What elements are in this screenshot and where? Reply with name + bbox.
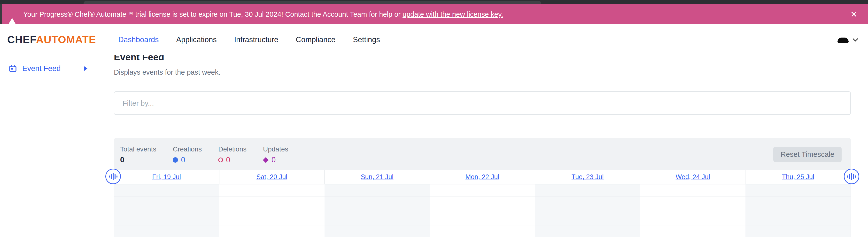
timeline-day-column (745, 184, 850, 237)
stat-deletions: Deletions 0 (218, 145, 247, 164)
timeline-day-column (535, 184, 640, 237)
reset-timescale-button[interactable]: Reset Timescale (773, 147, 842, 162)
nav-links: Dashboards Applications Infrastructure C… (118, 35, 380, 44)
timeline-day-cell: Sun, 21 Jul (324, 170, 430, 184)
close-icon[interactable]: ✕ (850, 10, 858, 19)
logo-automate-text: AUTOMATE (36, 34, 96, 45)
update-marker-icon (263, 157, 269, 163)
grid-row-line (114, 197, 850, 197)
timeline-day-header-row: Fri, 19 Jul Sat, 20 Jul Sun, 21 Jul Mon,… (114, 170, 851, 184)
expand-arrow-icon[interactable] (84, 66, 87, 71)
nav-item-compliance[interactable]: Compliance (296, 35, 335, 44)
stat-label: Updates (263, 145, 288, 153)
sidebar-item-event-feed[interactable]: Event Feed (0, 62, 97, 76)
stat-creations: Creations 0 (173, 145, 202, 164)
user-avatar-icon (837, 37, 848, 43)
calendar-icon (9, 64, 17, 73)
timeline-day-cell: Fri, 19 Jul (114, 170, 219, 184)
stat-value: 0 (226, 156, 230, 164)
license-warning-banner: ! Your Progress® Chef® Automate™ trial l… (0, 4, 868, 24)
nav-item-settings[interactable]: Settings (353, 35, 380, 44)
stat-label: Creations (173, 145, 202, 153)
nav-item-applications[interactable]: Applications (176, 35, 217, 44)
timeline-day-column (219, 184, 324, 237)
banner-message: Your Progress® Chef® Automate™ trial lic… (23, 10, 401, 19)
grid-row-line (114, 211, 850, 211)
day-link-tue-23-jul[interactable]: Tue, 23 Jul (571, 173, 604, 181)
chevron-down-icon (853, 36, 858, 41)
day-link-mon-22-jul[interactable]: Mon, 22 Jul (465, 173, 499, 181)
stat-value: 0 (120, 156, 124, 164)
day-link-thu-25-jul[interactable]: Thu, 25 Jul (782, 173, 814, 181)
timeline-day-column (324, 184, 430, 237)
stat-value: 0 (181, 156, 185, 164)
stat-updates: Updates 0 (263, 145, 288, 164)
update-license-link[interactable]: update with the new license key. (403, 10, 503, 19)
window-chrome-bar (0, 0, 868, 4)
timeline-day-column (114, 184, 219, 237)
event-feed-card: Total events 0 Creations 0 Deletions (114, 138, 851, 237)
timeline-day-cell: Mon, 22 Jul (430, 170, 535, 184)
timeline-day-cell: Sat, 20 Jul (219, 170, 324, 184)
timescale-left-handle[interactable] (105, 169, 121, 184)
logo-chef-text: CHEF (7, 34, 36, 45)
nav-item-dashboards[interactable]: Dashboards (118, 35, 159, 44)
timeline-day-column (640, 184, 745, 237)
timeline-day-cell: Thu, 25 Jul (745, 170, 850, 184)
day-link-fri-19-jul[interactable]: Fri, 19 Jul (152, 173, 181, 181)
day-link-sun-21-jul[interactable]: Sun, 21 Jul (361, 173, 393, 181)
nav-item-infrastructure[interactable]: Infrastructure (234, 35, 279, 44)
creation-marker-icon (173, 157, 178, 162)
page-subtitle: Displays events for the past week. (114, 68, 851, 76)
main-content: Event Feed Displays events for the past … (97, 55, 868, 237)
chef-automate-logo[interactable]: CHEFAUTOMATE (7, 34, 96, 46)
stat-label: Total events (120, 145, 156, 153)
filter-input[interactable] (114, 91, 851, 115)
stat-value: 0 (272, 156, 276, 164)
sidebar-item-label: Event Feed (22, 64, 61, 73)
day-link-sat-20-jul[interactable]: Sat, 20 Jul (256, 173, 287, 181)
day-link-wed-24-jul[interactable]: Wed, 24 Jul (676, 173, 710, 181)
sidebar: Event Feed (0, 55, 97, 237)
stat-total-events: Total events 0 (120, 145, 156, 164)
timeline-day-column (430, 184, 535, 237)
browser-tab-strip (84, 1, 541, 4)
timescale-right-handle[interactable] (844, 169, 859, 184)
deletion-marker-icon (218, 157, 223, 162)
top-navbar: CHEFAUTOMATE Dashboards Applications Inf… (0, 24, 868, 55)
stat-label: Deletions (218, 145, 247, 153)
timeline-day-cell: Tue, 23 Jul (535, 170, 640, 184)
user-menu[interactable] (837, 37, 857, 43)
timeline-day-cell: Wed, 24 Jul (640, 170, 745, 184)
timeline-grid (114, 184, 851, 237)
grid-row-line (114, 226, 850, 226)
event-stats: Total events 0 Creations 0 Deletions (120, 145, 851, 164)
event-timeline: Fri, 19 Jul Sat, 20 Jul Sun, 21 Jul Mon,… (114, 170, 851, 237)
page-title: Event Feed (114, 55, 851, 62)
warning-icon: ! (7, 10, 17, 19)
